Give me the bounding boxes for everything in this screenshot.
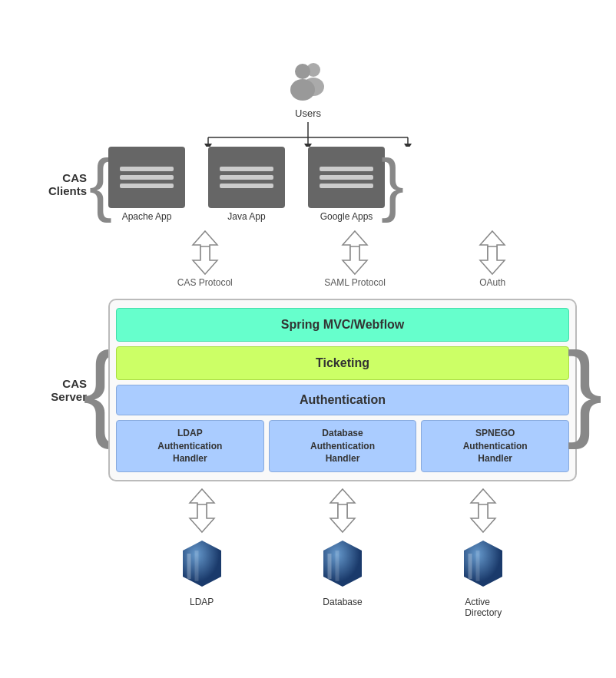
protocols-section: CAS Protocol SAML Protocol OAuth: [47, 230, 569, 288]
handler-database: DatabaseAuthenticationHandler: [269, 420, 417, 472]
handler-ldap: LDAPAuthenticationHandler: [116, 420, 264, 472]
app-label-google: Google Apps: [320, 211, 373, 222]
protocol-oauth-label: OAuth: [479, 277, 505, 288]
app-box-google: [308, 147, 385, 208]
handler-spnego: SPNEGOAuthenticationHandler: [421, 420, 569, 472]
bottom-double-arrow-1: [187, 488, 217, 534]
server-content: Spring MVC/Webflow Ticketing Authenticat…: [108, 299, 577, 481]
cas-protocol-arrow: [190, 230, 220, 276]
layer-ticketing: Ticketing: [116, 346, 569, 380]
cas-clients-row: CAS Clients { Apache App: [24, 147, 592, 222]
protocol-cas: CAS Protocol: [177, 230, 233, 288]
app-label-java: Java App: [227, 211, 265, 222]
db-ad-label: ActiveDirectory: [465, 597, 502, 618]
protocol-saml-label: SAML Protocol: [324, 277, 386, 288]
app-line-1: [320, 167, 373, 171]
protocol-cas-label: CAS Protocol: [177, 277, 233, 288]
saml-protocol-arrow: [339, 230, 370, 276]
app-item-google: Google Apps: [308, 147, 385, 222]
databases-section: LDAP Database: [47, 537, 569, 618]
users-icon: [281, 60, 335, 106]
bracket-left-server-icon: {: [93, 299, 108, 481]
diagram: Users CAS Clients {: [16, 45, 600, 633]
db-database-label: Database: [323, 597, 362, 607]
db-ldap-label: LDAP: [190, 597, 214, 607]
svg-marker-18: [190, 504, 214, 532]
layer-spring: Spring MVC/Webflow: [116, 308, 569, 342]
app-line-2: [220, 175, 273, 180]
app-item-apache: Apache App: [108, 147, 185, 222]
users-section: Users: [281, 60, 335, 119]
users-to-apps-lines: [131, 122, 485, 147]
layer-authentication: Authentication: [116, 385, 569, 415]
bracket-right-server-icon: }: [577, 299, 592, 481]
app-line-3: [320, 184, 373, 188]
app-line-3: [120, 184, 174, 188]
ad-db-icon: [456, 537, 510, 590]
app-box-java: [208, 147, 285, 208]
app-line-1: [220, 167, 273, 171]
db-database: Database: [316, 537, 369, 618]
bottom-double-arrow-3: [468, 488, 498, 534]
apps-container: Apache App Java App Go: [108, 147, 385, 222]
svg-marker-16: [480, 246, 505, 274]
protocol-saml: SAML Protocol: [324, 230, 386, 288]
app-line-2: [320, 175, 373, 180]
database-db-icon: [316, 537, 369, 590]
bottom-arrow-ldap: [187, 488, 217, 534]
cas-clients-label: CAS Clients: [24, 171, 93, 197]
app-line-3: [220, 184, 273, 188]
cas-server-bracket-wrap: { Spring MVC/Webflow Ticketing Authentic…: [93, 299, 592, 481]
bracket-right-icon: }: [385, 147, 400, 222]
svg-marker-12: [193, 246, 217, 274]
bottom-double-arrow-2: [327, 488, 358, 534]
db-active-directory: ActiveDirectory: [456, 537, 510, 618]
db-ldap: LDAP: [175, 537, 229, 618]
svg-marker-22: [471, 504, 495, 532]
ldap-db-icon: [175, 537, 229, 590]
svg-marker-14: [343, 246, 367, 274]
bracket-left-icon: {: [93, 147, 108, 222]
svg-point-3: [290, 79, 315, 101]
app-box-apache: [108, 147, 185, 208]
app-item-java: Java App: [208, 147, 285, 222]
oauth-protocol-arrow: [477, 230, 508, 276]
svg-point-2: [295, 64, 310, 79]
protocol-oauth: OAuth: [477, 230, 508, 288]
app-label-apache: Apache App: [122, 211, 172, 222]
bottom-arrow-ad: [468, 488, 498, 534]
cas-server-row: CAS Server { Spring MVC/Webflow Ticketin…: [24, 299, 592, 481]
app-line-2: [120, 175, 174, 180]
svg-marker-20: [330, 504, 355, 532]
bottom-arrows-section: [47, 488, 569, 534]
bottom-arrow-db: [327, 488, 358, 534]
app-line-1: [120, 167, 174, 171]
users-label: Users: [295, 107, 321, 119]
handlers-row: LDAPAuthenticationHandler DatabaseAuthen…: [116, 420, 569, 472]
cas-clients-bracket: { Apache App Java App: [93, 147, 400, 222]
